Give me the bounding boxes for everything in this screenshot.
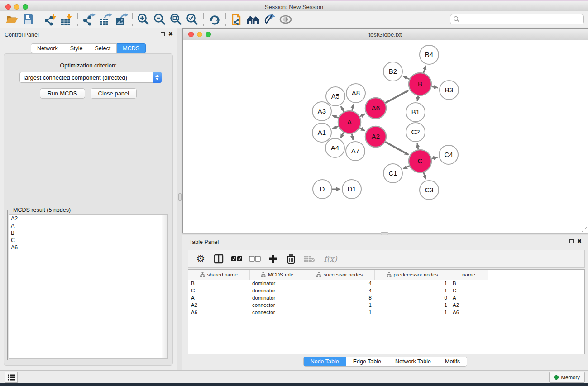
task-history-button[interactable] <box>5 372 18 383</box>
column-header-MCDS-role[interactable]: MCDS role <box>249 270 305 280</box>
table-cell[interactable]: A <box>188 294 249 301</box>
edge-A2-C[interactable] <box>385 142 409 155</box>
edge-A6-B[interactable] <box>385 91 408 103</box>
close-panel-button[interactable]: Close panel <box>91 88 137 99</box>
new-network-from-selection-button[interactable] <box>229 12 245 27</box>
float-table-panel-icon[interactable] <box>569 239 574 243</box>
search-input[interactable] <box>460 15 583 24</box>
graph-node-C2[interactable]: C2 <box>406 123 425 142</box>
table-cell[interactable]: 1 <box>374 280 450 287</box>
graph-node-B[interactable]: B <box>409 73 431 95</box>
table-cell[interactable]: 4 <box>305 287 374 294</box>
close-panel-icon[interactable]: ✖ <box>168 32 173 36</box>
edge-B-B2[interactable] <box>403 76 410 79</box>
table-row[interactable]: A6connector11A6 <box>188 309 584 316</box>
tab-select[interactable]: Select <box>89 43 117 53</box>
tab-mcds[interactable]: MCDS <box>117 43 146 53</box>
table-cell[interactable]: A2 <box>188 301 249 309</box>
column-header-name[interactable]: name <box>450 270 488 280</box>
table-cell[interactable]: dominator <box>249 280 305 287</box>
import-table-button[interactable] <box>58 12 75 27</box>
network-graph-canvas[interactable]: AA1A2A3A4A5A6A7A8BB1B2B3B4CC1C2C3C4DD1 <box>183 40 588 233</box>
table-cell[interactable]: C <box>188 287 249 294</box>
table-cell[interactable]: 4 <box>305 280 374 287</box>
edge-A-A4[interactable] <box>340 133 344 138</box>
graph-node-B4[interactable]: B4 <box>420 45 439 64</box>
graph-node-C4[interactable]: C4 <box>439 145 458 164</box>
export-table-button[interactable] <box>97 12 113 27</box>
result-item[interactable]: C <box>9 237 167 244</box>
tab-network[interactable]: Network <box>31 43 64 53</box>
open-file-button[interactable] <box>4 12 20 27</box>
edge-A-A5[interactable] <box>341 106 344 112</box>
save-session-button[interactable] <box>20 12 36 27</box>
graph-node-A3[interactable]: A3 <box>312 102 331 121</box>
edge-A-A2[interactable] <box>360 128 365 131</box>
select-all-columns-icon[interactable] <box>231 253 243 265</box>
import-network-button[interactable] <box>42 12 58 27</box>
table-row[interactable]: Adominator80A <box>188 294 584 301</box>
table-settings-gear-icon[interactable]: ⚙ <box>195 253 206 265</box>
tab-network-table[interactable]: Network Table <box>388 357 438 366</box>
apply-layout-button[interactable] <box>206 12 223 27</box>
graph-node-A8[interactable]: A8 <box>346 84 365 103</box>
export-network-button[interactable] <box>81 12 97 27</box>
table-cell[interactable]: dominator <box>249 294 305 301</box>
table-cell[interactable]: A6 <box>188 309 249 316</box>
table-row[interactable]: Cdominator41C <box>188 287 584 294</box>
show-all-button[interactable] <box>277 12 294 27</box>
graph-node-A6[interactable]: A6 <box>365 98 386 119</box>
result-item[interactable]: A2 <box>9 215 167 222</box>
tab-edge-table[interactable]: Edge Table <box>346 357 388 366</box>
graph-node-A7[interactable]: A7 <box>346 142 365 161</box>
mcds-result-list[interactable]: A2ABCA6 <box>9 214 168 359</box>
edge-A-A7[interactable] <box>352 133 353 140</box>
result-item[interactable]: A6 <box>9 244 167 251</box>
table-cell[interactable]: 1 <box>374 301 450 309</box>
graph-node-D1[interactable]: D1 <box>342 180 361 199</box>
edge-C-C4[interactable] <box>431 157 437 158</box>
edge-A-A8[interactable] <box>352 104 354 110</box>
table-cell[interactable]: B <box>450 280 488 287</box>
graph-node-A2[interactable]: A2 <box>365 126 386 147</box>
float-panel-icon[interactable] <box>161 32 165 36</box>
edge-A-A1[interactable] <box>332 126 338 129</box>
zoom-fit-button[interactable] <box>168 12 184 27</box>
close-table-panel-icon[interactable]: ✖ <box>577 239 582 243</box>
graph-node-A1[interactable]: A1 <box>312 123 331 142</box>
table-row[interactable]: Bdominator41B <box>188 280 584 287</box>
tab-node-table[interactable]: Node Table <box>304 357 346 366</box>
table-cell[interactable]: 8 <box>305 294 374 301</box>
table-cell[interactable]: dominator <box>249 287 305 294</box>
zoom-selected-button[interactable] <box>184 12 201 27</box>
result-scrollbar[interactable] <box>162 215 167 358</box>
table-cell[interactable]: connector <box>249 309 305 316</box>
edge-C-C1[interactable] <box>403 166 409 169</box>
export-image-button[interactable] <box>113 12 129 27</box>
graph-node-C[interactable]: C <box>409 150 431 172</box>
graph-node-A[interactable]: A <box>338 111 361 133</box>
tab-motifs[interactable]: Motifs <box>438 357 467 366</box>
graph-node-B1[interactable]: B1 <box>406 103 425 122</box>
table-row[interactable]: A2connector11A2 <box>188 301 584 309</box>
table-cell[interactable]: 1 <box>374 287 450 294</box>
window-resize-grip[interactable] <box>581 226 587 232</box>
splitter-grip-vertical[interactable] <box>178 193 182 201</box>
zoom-out-button[interactable] <box>152 12 168 27</box>
table-cell[interactable]: A <box>450 294 488 301</box>
table-cell[interactable]: C <box>450 287 488 294</box>
deselect-all-columns-icon[interactable] <box>249 253 261 265</box>
edge-A-A6[interactable] <box>360 114 365 117</box>
splitter-grip-horizontal[interactable] <box>381 232 388 235</box>
edge-B-B3[interactable] <box>431 86 438 88</box>
edge-B-B4[interactable] <box>424 66 426 73</box>
table-cell[interactable]: 0 <box>374 294 450 301</box>
graph-node-A4[interactable]: A4 <box>325 138 344 157</box>
delete-column-trash-icon[interactable] <box>285 253 297 265</box>
memory-button[interactable]: Memory <box>549 372 585 383</box>
graph-node-C1[interactable]: C1 <box>383 164 402 183</box>
run-mcds-button[interactable]: Run MCDS <box>40 88 85 99</box>
column-header-predecessor-nodes[interactable]: predecessor nodes <box>374 270 450 280</box>
table-cell[interactable]: 1 <box>305 301 374 309</box>
table-cell[interactable]: connector <box>249 301 305 309</box>
